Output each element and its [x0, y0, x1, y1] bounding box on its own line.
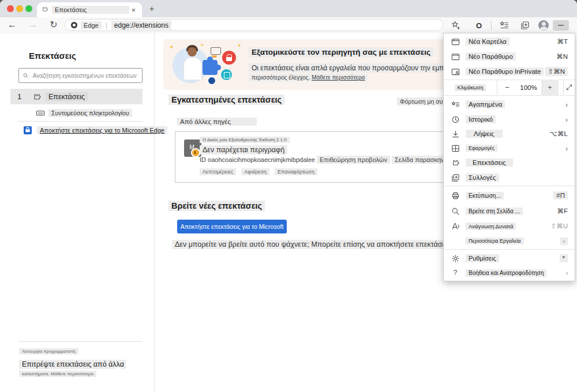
menu-shortcut: ⇧⌘N: [545, 67, 568, 76]
menu-item-collections[interactable]: Συλλογές: [444, 170, 575, 185]
reload-button[interactable]: ↻: [47, 19, 60, 31]
store-link-label: Αποκτήστε επεκτάσεις για το Microsoft Ed…: [37, 126, 167, 134]
illus-person-body: [183, 57, 202, 80]
menu-item-print[interactable]: Εκτύπωση... #Π: [444, 188, 575, 203]
extension-card: M. Ο Δικός μου Εξολοθρευτής Έκδοση 2.1.0…: [175, 131, 444, 183]
sidebar-title: Επεκτάσεις: [29, 51, 76, 61]
tab-strip: Επεκτάσεις × +: [0, 0, 577, 17]
sidebar-item-extensions[interactable]: 1 Επεκτάσεις: [10, 89, 143, 104]
illus-window-outline: [211, 47, 221, 55]
illus-person-head: [188, 47, 197, 56]
zoom-label: Κλιμάκωση: [455, 84, 486, 91]
new-tab-button[interactable]: +: [147, 4, 157, 14]
developer-mode-label: Λειτουργία προγραμματιστή: [19, 348, 78, 355]
menu-item-favorites[interactable]: Αγαπημένα ›: [444, 97, 575, 112]
back-button[interactable]: ←: [6, 19, 18, 31]
menu-item-label: Νέο Παράθυρο InPrivate: [466, 67, 544, 76]
illus-puzzle-knob-top: [207, 56, 213, 62]
search-box[interactable]: [18, 68, 143, 83]
menu-item-settings[interactable]: Ρυθμίσεις *: [444, 251, 575, 266]
url-text[interactable]: edge://extensions: [111, 21, 171, 30]
keyboard-icon: [36, 108, 45, 118]
toolbar-separator: [491, 21, 492, 30]
profile-avatar-icon[interactable]: [538, 20, 549, 31]
search-input[interactable]: [32, 72, 138, 80]
menu-item-label: Ιστορικό: [466, 115, 496, 123]
address-divider: |: [106, 21, 107, 29]
settings-gear-icon: [451, 254, 460, 263]
menu-item-new-inprivate-window[interactable]: Νέο Παράθυρο InPrivate ⇧⌘N: [444, 64, 575, 79]
active-tab[interactable]: Επεκτάσεις ×: [37, 2, 142, 17]
address-bar[interactable]: Edge | edge://extensions: [65, 19, 443, 31]
fullscreen-button[interactable]: [563, 80, 575, 95]
ellipsis-icon: [558, 25, 564, 26]
zoom-level-value: 100%: [517, 80, 540, 95]
menu-item-label: Εκτύπωση...: [466, 192, 504, 199]
menu-item-extensions[interactable]: Επεκτάσεις: [444, 155, 575, 170]
collections-icon[interactable]: [519, 20, 531, 31]
menu-item-new-window[interactable]: Νέο Παράθυρο ⌘N: [444, 49, 575, 64]
tab-close-icon[interactable]: ×: [129, 6, 137, 14]
fullscreen-icon: [565, 84, 573, 91]
menu-item-apps[interactable]: Εφαρμογές ›: [444, 141, 575, 156]
favorites-bar-icon[interactable]: [499, 20, 510, 31]
menu-item-label: Επεκτάσεις: [466, 159, 513, 167]
collections-icon: [451, 173, 460, 182]
favorites-icon: [451, 100, 460, 109]
minimize-window-button[interactable]: [16, 5, 23, 12]
read-aloud-icon: [451, 221, 460, 231]
menu-item-help-and-feedback[interactable]: ? Βοήθεια και Ανατροφοδότηση ›: [444, 265, 575, 280]
extensions-sidebar: Επεκτάσεις 1 Επεκτάσεις Συντομεύσεις πλη…: [0, 33, 155, 392]
toggle-knob: [115, 367, 122, 374]
illus-amber-dot: [212, 55, 217, 58]
menu-item-find-on-page[interactable]: Βρείτε στη Σελίδα ... ⌘F: [444, 203, 575, 218]
hero-description-line2: περισσότερος έλεγχος. Μάθετε περισσότερα: [249, 74, 368, 81]
allow-extensions-label: Επιτρέψτε επεκτάσεις από άλλα: [19, 360, 126, 369]
add-favorite-icon[interactable]: [450, 20, 462, 31]
sidebar-item-keyboard-shortcuts[interactable]: Συντομεύσεις πληκτρολογίου: [36, 107, 132, 119]
history-icon: [451, 115, 460, 124]
zoom-in-button[interactable]: +: [541, 80, 559, 95]
extension-actions: ΛεπτομέρειεςΑφαίρεσηΕπαναφόρτωση: [200, 168, 323, 175]
learn-more-link[interactable]: Μάθετε περισσότερα: [312, 74, 365, 81]
id-label: ID: [200, 156, 206, 163]
find-on-page-icon: [451, 206, 460, 216]
menu-item-history[interactable]: Ιστορικό ›: [444, 112, 575, 127]
menu-item-read-aloud[interactable]: Ανάγνωση Δυνατά ⇧⌘U: [444, 218, 575, 233]
get-extensions-button[interactable]: Αποκτήστε επεκτάσεις για το Microsoft Ed…: [177, 220, 287, 233]
store-bag-icon: [23, 126, 32, 135]
menu-item-new-tab[interactable]: Νέα Καρτέλα ⌘T: [444, 34, 575, 49]
menu-item-label: Νέα Καρτέλα: [466, 37, 509, 46]
close-window-button[interactable]: [7, 5, 14, 12]
chevron-right-icon: ›: [565, 115, 568, 124]
get-extensions-link[interactable]: Αποκτήστε επεκτάσεις για το Microsoft Ed…: [23, 126, 167, 135]
illus-navy-circle: [207, 76, 216, 85]
forward-button[interactable]: →: [27, 19, 39, 31]
from-other-sources-label: Από άλλες πηγές: [177, 118, 257, 126]
installed-extensions-title: Εγκατεστημένες επεκτάσεις: [168, 95, 284, 105]
menu-item-downloads[interactable]: Λήψεις ⌥⌘L: [444, 126, 575, 141]
menu-item-more-tools[interactable]: Περισσότερα Εργαλεία ›: [444, 233, 575, 248]
extension-o-icon[interactable]: O: [473, 20, 485, 31]
menu-zoom-row: Κλιμάκωση − 100% +: [444, 80, 575, 95]
zoom-window-button[interactable]: [25, 5, 32, 12]
reload-link[interactable]: Επαναφόρτωση: [275, 168, 317, 175]
menu-item-label: Ανάγνωση Δυνατά: [466, 223, 516, 230]
menu-item-label: Αγαπημένα: [466, 100, 505, 108]
extension-id-line: ID oaohcoaicihmopkoaecnimjkmibpdalee Επι…: [200, 156, 455, 164]
menu-shortcut: *: [560, 254, 568, 262]
hero-title: Εξατομικεύστε τον περιηγητή σας με επεκτ…: [249, 47, 433, 57]
settings-and-more-button[interactable]: [553, 20, 569, 31]
zoom-out-button[interactable]: −: [497, 80, 517, 95]
details-link[interactable]: Λεπτομέρειες: [200, 168, 236, 175]
menu-shortcut: ⌥⌘L: [550, 130, 568, 138]
inspect-views-label: Επιθεώρηση προβολών: [317, 156, 390, 164]
id-value: oaohcoaicihmopkoaecnimjkmibpdalee: [208, 156, 315, 163]
extensions-puzzle-icon: [451, 158, 460, 167]
tab-favicon-puzzle-icon: [42, 5, 48, 15]
remove-link[interactable]: Αφαίρεση: [241, 168, 269, 175]
menu-item-label: Περισσότερα Εργαλεία: [466, 238, 524, 244]
toolbar: ← → ↻ Edge | edge://extensions O: [0, 17, 577, 34]
illus-grid-glyph: [224, 72, 230, 78]
hero-illustration: ✦ ✦ ✦: [169, 43, 244, 86]
